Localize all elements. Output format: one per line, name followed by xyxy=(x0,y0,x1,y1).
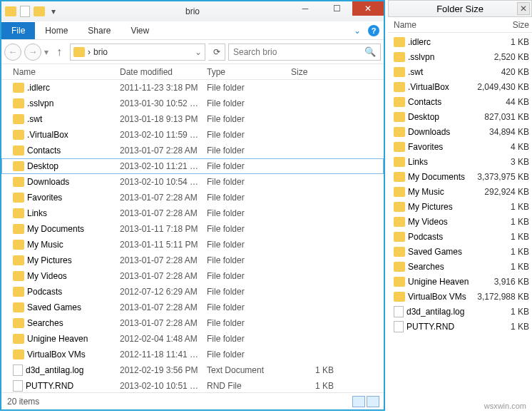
folder-icon xyxy=(394,127,405,137)
open-folder-icon[interactable] xyxy=(33,5,46,18)
panel-row[interactable]: My Documents3,373,975 KB xyxy=(388,169,532,184)
panel-row[interactable]: Favorites4 KB xyxy=(388,139,532,154)
panel-row[interactable]: PUTTY.RND1 KB xyxy=(388,319,532,334)
panel-row[interactable]: d3d_antilag.log1 KB xyxy=(388,304,532,319)
column-headers[interactable]: Name Date modified Type Size xyxy=(1,64,384,80)
col-size[interactable]: Size xyxy=(291,67,384,77)
file-row[interactable]: Downloads2013-02-10 10:54 …File folder xyxy=(1,174,384,190)
tab-share[interactable]: Share xyxy=(78,22,121,39)
file-row[interactable]: Desktop2013-02-10 11:21 …File folder xyxy=(1,158,384,174)
tab-view[interactable]: View xyxy=(121,22,159,39)
maximize-button[interactable]: ☐ xyxy=(321,1,352,16)
file-row[interactable]: PUTTY.RND2013-02-10 10:51 …RND File1 KB xyxy=(1,378,384,392)
up-button[interactable]: ↑ xyxy=(51,44,67,60)
title-bar[interactable]: ▾ brio ─ ☐ ✕ xyxy=(1,1,384,21)
tab-home[interactable]: Home xyxy=(35,22,78,39)
panel-item-name: PUTTY.RND xyxy=(406,322,454,332)
file-type: File folder xyxy=(207,83,291,93)
file-date: 2013-01-07 2:28 AM xyxy=(120,255,207,265)
quick-access-toolbar: ▾ xyxy=(1,5,60,18)
panel-row[interactable]: Downloads34,894 KB xyxy=(388,124,532,139)
file-row[interactable]: My Pictures2013-01-07 2:28 AMFile folder xyxy=(1,253,384,268)
back-button[interactable]: ← xyxy=(4,44,21,61)
file-row[interactable]: Podcasts2012-07-12 6:29 AMFile folder xyxy=(1,284,384,300)
panel-row[interactable]: My Music292,924 KB xyxy=(388,184,532,199)
file-row[interactable]: Searches2013-01-07 2:28 AMFile folder xyxy=(1,315,384,331)
folder-icon xyxy=(13,318,24,328)
file-row[interactable]: Saved Games2013-01-07 2:28 AMFile folder xyxy=(1,300,384,315)
panel-row[interactable]: .sslvpn2,520 KB xyxy=(388,49,532,64)
file-row[interactable]: d3d_antilag.log2012-02-19 3:56 PMText Do… xyxy=(1,362,384,378)
panel-item-size: 4 KB xyxy=(472,142,529,152)
file-row[interactable]: .sslvpn2013-01-30 10:52 …File folder xyxy=(1,96,384,111)
file-row[interactable]: My Videos2013-01-07 2:28 AMFile folder xyxy=(1,268,384,284)
file-list[interactable]: .idlerc2011-11-23 3:18 PMFile folder.ssl… xyxy=(1,80,384,392)
panel-row[interactable]: Contacts44 KB xyxy=(388,94,532,109)
file-type: File folder xyxy=(207,302,291,312)
file-size: 1 KB xyxy=(291,381,334,391)
minimize-button[interactable]: ─ xyxy=(290,1,321,16)
search-box[interactable]: 🔍 xyxy=(228,44,381,61)
file-row[interactable]: VirtualBox VMs2012-11-18 11:41 …File fol… xyxy=(1,347,384,362)
col-type[interactable]: Type xyxy=(207,67,291,77)
file-row[interactable]: My Music2013-01-11 5:11 PMFile folder xyxy=(1,237,384,253)
view-large-icons-button[interactable] xyxy=(367,396,379,407)
file-row[interactable]: Favorites2013-01-07 2:28 AMFile folder xyxy=(1,190,384,205)
refresh-button[interactable]: ⟳ xyxy=(208,44,225,61)
panel-row[interactable]: Links3 KB xyxy=(388,154,532,169)
status-count: 20 items xyxy=(7,397,39,407)
file-row[interactable]: .swt2013-01-18 9:13 PMFile folder xyxy=(1,111,384,127)
panel-list[interactable]: .idlerc1 KB.sslvpn2,520 KB.swt420 KB.Vir… xyxy=(388,33,532,334)
file-date: 2013-01-07 2:28 AM xyxy=(120,208,207,218)
panel-item-name: My Music xyxy=(408,187,444,197)
close-button[interactable]: ✕ xyxy=(352,1,384,16)
panel-row[interactable]: VirtualBox VMs3,172,988 KB xyxy=(388,289,532,304)
panel-item-name: Downloads xyxy=(408,127,450,137)
panel-row[interactable]: .swt420 KB xyxy=(388,64,532,79)
file-row[interactable]: Links2013-01-07 2:28 AMFile folder xyxy=(1,205,384,221)
panel-row[interactable]: Saved Games1 KB xyxy=(388,244,532,259)
col-name[interactable]: Name xyxy=(13,67,120,77)
search-input[interactable] xyxy=(233,47,362,57)
file-row[interactable]: .VirtualBox2013-02-10 11:59 …File folder xyxy=(1,127,384,143)
panel-col-size[interactable]: Size xyxy=(472,20,529,30)
new-folder-icon[interactable] xyxy=(19,5,31,18)
breadcrumb[interactable]: › brio ⌄ xyxy=(70,44,205,61)
panel-title-bar[interactable]: Folder Size ✕ xyxy=(388,0,532,17)
file-row[interactable]: My Documents2013-01-11 7:18 PMFile folde… xyxy=(1,221,384,237)
file-row[interactable]: Unigine Heaven2012-02-04 1:48 AMFile fol… xyxy=(1,331,384,347)
col-date[interactable]: Date modified xyxy=(120,67,207,77)
status-bar: 20 items xyxy=(1,392,384,409)
history-dropdown-icon[interactable]: ▾ xyxy=(44,47,48,57)
explorer-window: ▾ brio ─ ☐ ✕ File Home Share View ⌄ ? ← … xyxy=(0,0,385,411)
search-icon[interactable]: 🔍 xyxy=(364,46,376,57)
file-row[interactable]: Contacts2013-01-07 2:28 AMFile folder xyxy=(1,143,384,158)
forward-button[interactable]: → xyxy=(24,44,41,61)
panel-row[interactable]: Unigine Heaven3,916 KB xyxy=(388,274,532,289)
panel-row[interactable]: Desktop827,031 KB xyxy=(388,109,532,124)
expand-ribbon-icon[interactable]: ⌄ xyxy=(354,26,361,36)
panel-row[interactable]: My Pictures1 KB xyxy=(388,199,532,214)
panel-close-button[interactable]: ✕ xyxy=(517,2,530,15)
folder-icon xyxy=(394,232,405,242)
breadcrumb-dropdown-icon[interactable]: ⌄ xyxy=(195,47,202,57)
folder-icon[interactable] xyxy=(4,5,17,18)
file-type: File folder xyxy=(207,193,291,203)
qat-dropdown-icon[interactable]: ▾ xyxy=(47,5,60,18)
panel-row[interactable]: .VirtualBox2,049,430 KB xyxy=(388,79,532,94)
file-row[interactable]: .idlerc2011-11-23 3:18 PMFile folder xyxy=(1,80,384,96)
panel-row[interactable]: Podcasts1 KB xyxy=(388,229,532,244)
panel-column-headers[interactable]: Name Size xyxy=(388,17,532,33)
panel-item-size: 44 KB xyxy=(472,97,529,107)
breadcrumb-path[interactable]: brio xyxy=(93,47,108,57)
file-tab[interactable]: File xyxy=(1,22,35,39)
panel-row[interactable]: .idlerc1 KB xyxy=(388,34,532,49)
folder-icon xyxy=(394,172,405,182)
panel-row[interactable]: Searches1 KB xyxy=(388,259,532,274)
help-button[interactable]: ? xyxy=(368,25,379,36)
folder-icon xyxy=(394,262,405,272)
panel-col-name[interactable]: Name xyxy=(394,20,472,30)
view-details-button[interactable] xyxy=(352,396,365,407)
panel-row[interactable]: My Videos1 KB xyxy=(388,214,532,229)
breadcrumb-chevron[interactable]: › xyxy=(88,47,91,57)
